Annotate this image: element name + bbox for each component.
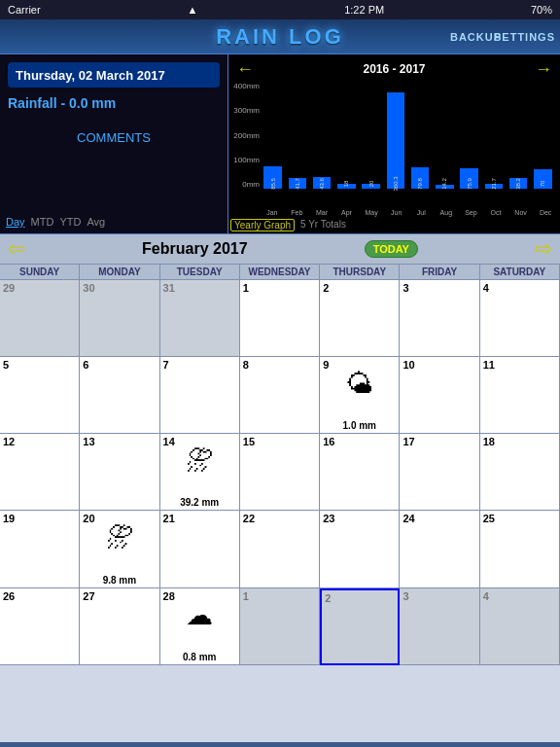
cal-cell-15[interactable]: 13	[80, 434, 159, 511]
cal-next-button[interactable]: ⇨	[535, 238, 552, 260]
x-label-aug: Aug	[434, 209, 459, 216]
day-number: 30	[80, 280, 158, 297]
cal-cell-3[interactable]: 1	[240, 280, 320, 357]
cal-cell-23[interactable]: 21	[160, 511, 240, 587]
cal-cell-31[interactable]: 1	[240, 588, 320, 665]
cal-cell-12[interactable]: 10	[400, 357, 479, 434]
app-header: BACKUP RAIN LOG SETTINGS	[0, 19, 560, 54]
app-title: RAIN LOG	[216, 24, 344, 50]
day-header-friday: FRIDAY	[400, 265, 479, 279]
day-number: 12	[0, 434, 79, 450]
cal-cell-21[interactable]: 19	[0, 511, 80, 587]
partly-cloudy-icon: 🌤	[346, 371, 373, 398]
bar-value-may: 20	[368, 181, 374, 188]
chart-year: 2016 - 2017	[363, 62, 425, 76]
x-label-mar: Mar	[309, 209, 334, 216]
bar-value-sep: 75.9	[467, 178, 472, 190]
tab-day[interactable]: Day	[6, 216, 25, 228]
day-number: 3	[400, 588, 478, 605]
cal-cell-2[interactable]: 31	[160, 280, 240, 357]
calendar-grid: 293031123456789🌤1.0 mm1011121314⛈39.2 mm…	[0, 280, 560, 742]
cal-cell-22[interactable]: 20⛈9.8 mm	[80, 511, 159, 587]
bar-fill-jan: 85.5	[263, 166, 282, 189]
cal-cell-32[interactable]: 2	[320, 588, 400, 665]
tab-avg[interactable]: Avg	[87, 216, 105, 228]
cal-cell-5[interactable]: 3	[400, 280, 479, 357]
cal-cell-18[interactable]: 16	[320, 434, 400, 511]
x-label-jun: Jun	[384, 209, 409, 216]
wifi-icon: ▲	[187, 4, 197, 16]
bar-value-feb: 41.7	[295, 178, 300, 190]
cal-cell-29[interactable]: 27	[80, 588, 159, 665]
5yr-totals-tab[interactable]: 5 Yr Totals	[300, 219, 346, 231]
day-number: 15	[240, 434, 319, 450]
day-number: 4	[480, 588, 559, 605]
cal-cell-28[interactable]: 26	[0, 588, 80, 665]
bar-fill-may: 20	[362, 184, 380, 190]
cal-cell-20[interactable]: 18	[480, 434, 560, 511]
cal-cell-11[interactable]: 9🌤1.0 mm	[320, 357, 400, 434]
bar-mar: 43.6	[311, 82, 333, 189]
cal-cell-25[interactable]: 23	[320, 511, 400, 587]
cal-cell-8[interactable]: 6	[80, 357, 159, 434]
day-header-tuesday: TUESDAY	[160, 265, 240, 279]
chart-header: ← 2016 - 2017 →	[232, 58, 556, 80]
comments-button[interactable]: COMMENTS	[8, 130, 220, 145]
bar-jan: 85.5	[262, 82, 284, 189]
rain-amount: 0.8 mm	[160, 652, 239, 662]
info-panel: Thursday, 02 March 2017 Rainfall - 0.0 m…	[0, 54, 228, 233]
bar-value-nov: 38.2	[515, 178, 521, 190]
bar-value-jan: 85.5	[270, 178, 276, 190]
cal-cell-33[interactable]: 3	[400, 588, 479, 665]
cal-cell-0[interactable]: 29	[0, 280, 80, 357]
day-number: 4	[480, 280, 559, 297]
bar-feb: 41.7	[286, 82, 308, 189]
today-button[interactable]: TODAY	[365, 240, 418, 258]
cal-cell-7[interactable]: 5	[0, 357, 80, 434]
cal-cell-9[interactable]: 7	[160, 357, 240, 434]
day-number: 10	[400, 357, 478, 374]
bar-value-aug: 14.2	[441, 178, 447, 190]
bars-container: 85.541.743.61820360.379.814.275.921.738.…	[262, 82, 554, 189]
x-axis: JanFebMarAprMayJunJulAugSepOctNovDec	[260, 209, 558, 216]
y-label-300: 300mm	[232, 106, 260, 115]
bar-fill-oct: 21.7	[485, 184, 504, 190]
bar-fill-dec: 70	[534, 169, 552, 189]
rain-amount: 1.0 mm	[320, 420, 399, 431]
x-label-may: May	[359, 209, 384, 216]
tab-mtd[interactable]: MTD	[31, 216, 54, 228]
bar-value-jun: 360.3	[393, 176, 399, 191]
day-number: 13	[80, 434, 158, 450]
settings-button[interactable]: SETTINGS	[494, 31, 555, 43]
cal-cell-26[interactable]: 24	[400, 511, 479, 587]
cal-cell-30[interactable]: 28☁0.8 mm	[160, 588, 240, 665]
x-label-feb: Feb	[285, 209, 310, 216]
cal-cell-4[interactable]: 2	[320, 280, 400, 357]
cal-cell-13[interactable]: 11	[480, 357, 560, 434]
day-number: 1	[240, 280, 319, 297]
cal-cell-1[interactable]: 30	[80, 280, 159, 357]
cal-cell-16[interactable]: 14⛈39.2 mm	[160, 434, 240, 511]
cal-prev-button[interactable]: ⇦	[8, 238, 25, 260]
bar-value-dec: 70	[540, 181, 545, 188]
y-label-200: 200mm	[232, 131, 260, 140]
chart-next-button[interactable]: →	[535, 60, 552, 78]
yearly-graph-tab[interactable]: Yearly Graph	[230, 219, 295, 231]
cal-cell-17[interactable]: 15	[240, 434, 320, 511]
cloudy-icon: ☁	[186, 602, 213, 629]
bar-aug: 14.2	[434, 82, 456, 189]
cal-cell-10[interactable]: 8	[240, 357, 320, 434]
thunderstorm-icon: ⛈	[106, 524, 133, 551]
day-number: 25	[480, 511, 559, 527]
tab-ytd[interactable]: YTD	[59, 216, 81, 228]
cal-cell-19[interactable]: 17	[400, 434, 479, 511]
cal-cell-24[interactable]: 22	[240, 511, 320, 587]
bar-fill-feb: 41.7	[289, 178, 307, 189]
day-number: 16	[320, 434, 399, 450]
cal-cell-34[interactable]: 4	[480, 588, 560, 665]
cal-cell-27[interactable]: 25	[480, 511, 560, 587]
chart-prev-button[interactable]: ←	[236, 60, 254, 78]
time-label: 1:22 PM	[344, 4, 384, 16]
cal-cell-14[interactable]: 12	[0, 434, 80, 511]
cal-cell-6[interactable]: 4	[480, 280, 560, 357]
